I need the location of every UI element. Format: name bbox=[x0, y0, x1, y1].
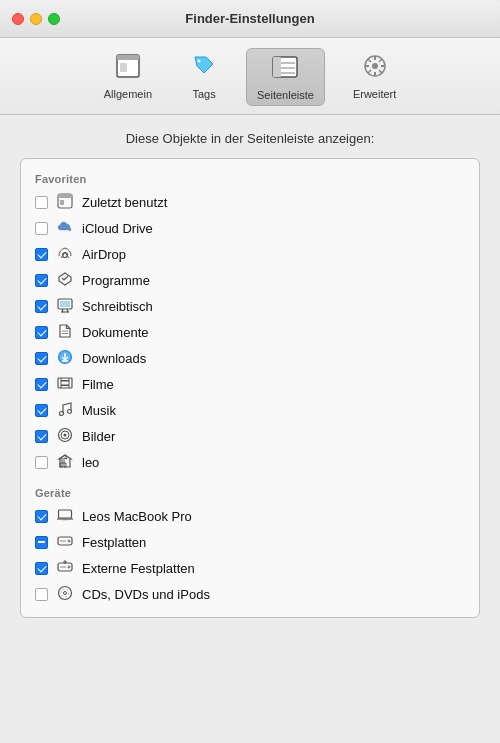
checkbox-bilder[interactable] bbox=[35, 430, 48, 443]
svg-rect-21 bbox=[60, 200, 64, 205]
checkbox-cds[interactable] bbox=[35, 588, 48, 601]
list-item-filme[interactable]: Filme bbox=[21, 371, 479, 397]
list-item-programme[interactable]: Programme bbox=[21, 267, 479, 293]
svg-line-15 bbox=[368, 59, 371, 62]
svg-point-50 bbox=[68, 565, 71, 568]
checkbox-festplatten[interactable] bbox=[35, 536, 48, 549]
checkbox-dokumente[interactable] bbox=[35, 326, 48, 339]
sidebar-items-list: Favoriten Zuletzt benutzt iCloud Drive bbox=[20, 158, 480, 618]
svg-point-52 bbox=[59, 586, 72, 599]
tab-erweitert[interactable]: Erweitert bbox=[343, 48, 406, 106]
svg-rect-5 bbox=[273, 57, 281, 77]
tags-label: Tags bbox=[192, 88, 215, 100]
svg-point-47 bbox=[68, 539, 71, 542]
icon-leo bbox=[56, 453, 74, 472]
label-macbook: Leos MacBook Pro bbox=[82, 509, 192, 524]
icon-bilder bbox=[56, 427, 74, 446]
list-item-downloads[interactable]: Downloads bbox=[21, 345, 479, 371]
seitenleiste-icon bbox=[271, 53, 299, 85]
list-item-airdrop[interactable]: AirDrop bbox=[21, 241, 479, 267]
svg-rect-36 bbox=[61, 380, 69, 382]
tab-tags[interactable]: Tags bbox=[180, 48, 228, 106]
checkbox-macbook[interactable] bbox=[35, 510, 48, 523]
checkbox-schreibtisch[interactable] bbox=[35, 300, 48, 313]
svg-rect-1 bbox=[117, 55, 139, 60]
label-filme: Filme bbox=[82, 377, 114, 392]
icon-musik bbox=[56, 401, 74, 420]
label-bilder: Bilder bbox=[82, 429, 115, 444]
maximize-button[interactable] bbox=[48, 13, 60, 25]
list-item-externe[interactable]: Externe Festplatten bbox=[21, 555, 479, 581]
checkbox-filme[interactable] bbox=[35, 378, 48, 391]
svg-rect-45 bbox=[63, 519, 68, 520]
list-item-schreibtisch[interactable]: Schreibtisch bbox=[21, 293, 479, 319]
group-geraete-label: Geräte bbox=[21, 483, 479, 503]
svg-rect-27 bbox=[60, 301, 70, 307]
checkbox-programme[interactable] bbox=[35, 274, 48, 287]
svg-point-42 bbox=[64, 433, 67, 436]
seitenleiste-label: Seitenleiste bbox=[257, 89, 314, 101]
checkbox-icloud[interactable] bbox=[35, 222, 48, 235]
allgemein-icon bbox=[114, 52, 142, 84]
svg-line-17 bbox=[379, 59, 382, 62]
erweitert-icon bbox=[361, 52, 389, 84]
allgemein-label: Allgemein bbox=[104, 88, 152, 100]
list-item-macbook[interactable]: Leos MacBook Pro bbox=[21, 503, 479, 529]
label-icloud: iCloud Drive bbox=[82, 221, 153, 236]
toolbar: Allgemein Tags Seitenleiste bbox=[0, 38, 500, 115]
svg-rect-2 bbox=[120, 63, 127, 72]
content-area: Diese Objekte in der Seitenleiste anzeig… bbox=[0, 115, 500, 743]
list-item-musik[interactable]: Musik bbox=[21, 397, 479, 423]
close-button[interactable] bbox=[12, 13, 24, 25]
icon-cds bbox=[56, 585, 74, 604]
tab-seitenleiste[interactable]: Seitenleiste bbox=[246, 48, 325, 106]
icon-zuletzt bbox=[56, 193, 74, 212]
checkbox-airdrop[interactable] bbox=[35, 248, 48, 261]
icon-schreibtisch bbox=[56, 297, 74, 316]
icon-airdrop bbox=[56, 245, 74, 264]
label-dokumente: Dokumente bbox=[82, 325, 148, 340]
minimize-button[interactable] bbox=[30, 13, 42, 25]
svg-rect-33 bbox=[58, 378, 72, 388]
label-airdrop: AirDrop bbox=[82, 247, 126, 262]
checkbox-zuletzt[interactable] bbox=[35, 196, 48, 209]
checkbox-leo[interactable] bbox=[35, 456, 48, 469]
window-title: Finder-Einstellungen bbox=[185, 11, 314, 26]
checkbox-downloads[interactable] bbox=[35, 352, 48, 365]
tags-icon bbox=[190, 52, 218, 84]
label-musik: Musik bbox=[82, 403, 116, 418]
icon-downloads bbox=[56, 349, 74, 368]
label-leo: leo bbox=[82, 455, 99, 470]
list-item-festplatten[interactable]: Festplatten bbox=[21, 529, 479, 555]
label-externe: Externe Festplatten bbox=[82, 561, 195, 576]
group-favoriten-label: Favoriten bbox=[21, 169, 479, 189]
icon-dokumente bbox=[56, 323, 74, 342]
label-programme: Programme bbox=[82, 273, 150, 288]
list-item-icloud[interactable]: iCloud Drive bbox=[21, 215, 479, 241]
svg-point-10 bbox=[372, 63, 378, 69]
label-zuletzt: Zuletzt benutzt bbox=[82, 195, 167, 210]
svg-point-39 bbox=[68, 409, 72, 413]
label-cds: CDs, DVDs und iPods bbox=[82, 587, 210, 602]
icon-macbook bbox=[56, 507, 74, 526]
list-item-bilder[interactable]: Bilder bbox=[21, 423, 479, 449]
checkbox-externe[interactable] bbox=[35, 562, 48, 575]
svg-point-3 bbox=[198, 60, 201, 63]
list-item-dokumente[interactable]: Dokumente bbox=[21, 319, 479, 345]
label-festplatten: Festplatten bbox=[82, 535, 146, 550]
svg-rect-43 bbox=[59, 510, 72, 518]
tab-allgemein[interactable]: Allgemein bbox=[94, 48, 162, 106]
list-item-leo[interactable]: leo bbox=[21, 449, 479, 475]
titlebar: Finder-Einstellungen bbox=[0, 0, 500, 38]
list-item-zuletzt[interactable]: Zuletzt benutzt bbox=[21, 189, 479, 215]
list-item-cds[interactable]: CDs, DVDs und iPods bbox=[21, 581, 479, 607]
icon-icloud bbox=[56, 219, 74, 238]
traffic-lights bbox=[12, 13, 60, 25]
label-schreibtisch: Schreibtisch bbox=[82, 299, 153, 314]
erweitert-label: Erweitert bbox=[353, 88, 396, 100]
svg-rect-37 bbox=[61, 384, 69, 386]
section-heading: Diese Objekte in der Seitenleiste anzeig… bbox=[20, 131, 480, 146]
svg-line-16 bbox=[379, 70, 382, 73]
checkbox-musik[interactable] bbox=[35, 404, 48, 417]
icon-festplatten bbox=[56, 533, 74, 552]
